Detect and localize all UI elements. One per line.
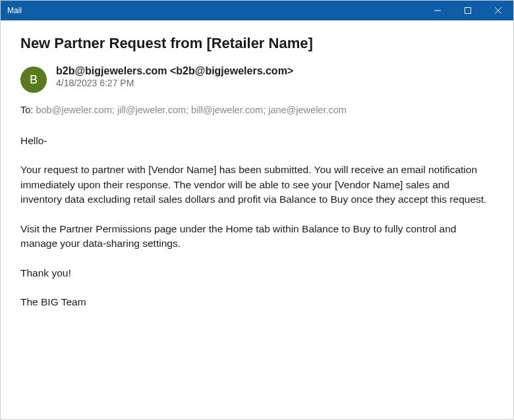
email-timestamp: 4/18/2023 6:27 PM bbox=[56, 78, 293, 88]
email-subject: New Partner Request from [Retailer Name] bbox=[20, 35, 494, 52]
window-controls bbox=[422, 1, 513, 20]
body-paragraph-1: Your request to partner with [Vendor Nam… bbox=[20, 163, 494, 207]
to-list: bob@jeweler.com; jill@jeweler.com; bill@… bbox=[36, 105, 347, 115]
maximize-button[interactable] bbox=[453, 1, 483, 20]
minimize-icon bbox=[434, 7, 441, 14]
body-greeting: Hello- bbox=[20, 134, 494, 148]
svg-rect-1 bbox=[465, 8, 471, 14]
body-paragraph-3: Thank you! bbox=[20, 266, 494, 280]
maximize-icon bbox=[465, 7, 471, 14]
sender-avatar: B bbox=[20, 66, 47, 93]
window-title-text: Mail bbox=[7, 6, 22, 15]
titlebar: Mail bbox=[1, 1, 513, 20]
sender-display: b2b@bigjewelers.com <b2b@bigjewelers.com… bbox=[56, 65, 293, 77]
body-signoff: The BIG Team bbox=[20, 295, 494, 309]
close-icon bbox=[495, 7, 501, 14]
minimize-button[interactable] bbox=[422, 1, 453, 20]
body-paragraph-2: Visit the Partner Permissions page under… bbox=[20, 222, 494, 251]
email-body: Hello- Your request to partner with [Ven… bbox=[20, 134, 494, 310]
sender-info: b2b@bigjewelers.com <b2b@bigjewelers.com… bbox=[56, 65, 293, 88]
window-title: Mail bbox=[7, 6, 22, 15]
email-content: New Partner Request from [Retailer Name]… bbox=[1, 20, 513, 323]
sender-row: B b2b@bigjewelers.com <b2b@bigjewelers.c… bbox=[20, 65, 494, 93]
close-button[interactable] bbox=[483, 1, 513, 20]
recipients-line: To: bob@jeweler.com; jill@jeweler.com; b… bbox=[20, 105, 494, 115]
to-label: To: bbox=[20, 105, 36, 115]
